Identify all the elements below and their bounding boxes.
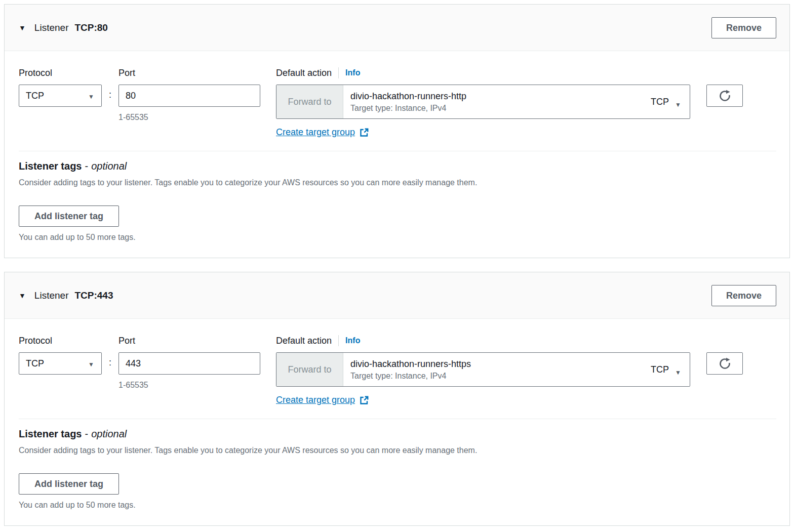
create-target-group-link[interactable]: Create target group bbox=[276, 395, 369, 405]
external-link-icon bbox=[359, 128, 369, 138]
target-group-info: divio-hackathon-runners-https Target typ… bbox=[343, 353, 651, 386]
chevron-down-icon: ▼ bbox=[88, 94, 94, 100]
listener-tags-title: Listener tags bbox=[19, 160, 82, 172]
target-group-protocol-area: TCP ▼ bbox=[651, 85, 690, 118]
protocol-select[interactable]: TCP ▼ bbox=[19, 352, 102, 375]
collapse-triangle-icon[interactable]: ▼ bbox=[19, 292, 26, 299]
port-field: Port 1-65535 bbox=[118, 68, 260, 122]
listener-tags-separator: - bbox=[85, 160, 88, 172]
remove-listener-button[interactable]: Remove bbox=[711, 17, 776, 38]
listener-header-title: TCP:80 bbox=[74, 22, 107, 33]
listener-tags-note: You can add up to 50 more tags. bbox=[19, 500, 776, 510]
target-group-name: divio-hackathon-runners-https bbox=[350, 358, 651, 370]
listener-tags-heading: Listener tags-optional bbox=[19, 160, 776, 172]
port-constraint-text: 1-65535 bbox=[118, 381, 260, 390]
protocol-select[interactable]: TCP ▼ bbox=[19, 85, 102, 107]
port-input[interactable] bbox=[118, 85, 260, 107]
listener-header: ▼ Listener TCP:80 Remove bbox=[5, 5, 789, 51]
listener-body: Protocol TCP ▼ : Port 1-65535 Default ac… bbox=[5, 51, 789, 258]
protocol-selected-value: TCP bbox=[26, 358, 44, 369]
port-label: Port bbox=[118, 336, 260, 346]
refresh-icon bbox=[718, 89, 732, 103]
refresh-icon bbox=[718, 357, 732, 371]
protocol-label: Protocol bbox=[19, 336, 102, 346]
listeners-page: ▼ Listener TCP:80 Remove Protocol TCP ▼ … bbox=[0, 0, 794, 530]
section-divider bbox=[19, 151, 776, 151]
listener-tags-section: Listener tags-optional Consider adding t… bbox=[19, 428, 776, 510]
forward-to-label: Forward to bbox=[276, 85, 343, 118]
target-group-protocol: TCP bbox=[651, 97, 669, 107]
target-group-info: divio-hackathon-runners-http Target type… bbox=[343, 85, 651, 118]
listener-header-title: TCP:443 bbox=[74, 290, 113, 301]
info-link[interactable]: Info bbox=[345, 68, 360, 77]
chevron-down-icon: ▼ bbox=[88, 361, 94, 367]
protocol-port-separator: : bbox=[102, 68, 118, 100]
default-action-field: Default action Info Forward to divio-hac… bbox=[276, 336, 690, 405]
create-target-group-link[interactable]: Create target group bbox=[276, 127, 369, 138]
target-group-protocol-area: TCP ▼ bbox=[651, 353, 690, 386]
add-listener-tag-button[interactable]: Add listener tag bbox=[19, 473, 119, 495]
label-divider bbox=[338, 335, 339, 346]
listener-tags-section: Listener tags-optional Consider adding t… bbox=[19, 160, 776, 242]
default-action-label-row: Default action Info bbox=[276, 68, 690, 78]
target-group-select[interactable]: Forward to divio-hackathon-runners-https… bbox=[276, 352, 690, 387]
remove-listener-button[interactable]: Remove bbox=[711, 285, 776, 306]
target-group-type: Target type: Instance, IPv4 bbox=[350, 371, 651, 381]
listener-card-tcp-443: ▼ Listener TCP:443 Remove Protocol TCP ▼… bbox=[4, 272, 790, 526]
target-group-select[interactable]: Forward to divio-hackathon-runners-http … bbox=[276, 85, 690, 119]
protocol-field: Protocol TCP ▼ bbox=[19, 336, 102, 375]
collapse-triangle-icon[interactable]: ▼ bbox=[19, 24, 26, 31]
chevron-down-icon: ▼ bbox=[675, 370, 681, 376]
listener-form-row: Protocol TCP ▼ : Port 1-65535 Default ac… bbox=[19, 336, 776, 405]
protocol-port-separator: : bbox=[102, 336, 118, 367]
chevron-down-icon: ▼ bbox=[675, 102, 681, 108]
listener-header-label: Listener bbox=[34, 22, 69, 33]
external-link-icon bbox=[359, 395, 369, 405]
listener-header: ▼ Listener TCP:443 Remove bbox=[5, 272, 789, 319]
create-target-group-text: Create target group bbox=[276, 127, 355, 138]
default-action-field: Default action Info Forward to divio-hac… bbox=[276, 68, 690, 138]
refresh-button[interactable] bbox=[706, 85, 743, 107]
default-action-label: Default action bbox=[276, 336, 332, 346]
add-listener-tag-button[interactable]: Add listener tag bbox=[19, 206, 119, 227]
listener-card-tcp-80: ▼ Listener TCP:80 Remove Protocol TCP ▼ … bbox=[4, 4, 790, 258]
listener-tags-optional: optional bbox=[91, 160, 127, 172]
listener-tags-heading: Listener tags-optional bbox=[19, 428, 776, 440]
protocol-label: Protocol bbox=[19, 68, 102, 78]
section-divider bbox=[19, 419, 776, 419]
protocol-field: Protocol TCP ▼ bbox=[19, 68, 102, 107]
label-divider bbox=[338, 67, 339, 78]
listener-tags-title: Listener tags bbox=[19, 428, 82, 439]
target-group-protocol: TCP bbox=[651, 364, 669, 375]
refresh-button[interactable] bbox=[706, 352, 743, 375]
listener-tags-description: Consider adding tags to your listener. T… bbox=[19, 178, 776, 188]
listener-tags-separator: - bbox=[85, 428, 88, 439]
port-input[interactable] bbox=[118, 352, 260, 375]
default-action-label: Default action bbox=[276, 68, 332, 78]
target-group-type: Target type: Instance, IPv4 bbox=[350, 103, 651, 113]
protocol-selected-value: TCP bbox=[26, 91, 44, 101]
listener-tags-description: Consider adding tags to your listener. T… bbox=[19, 445, 776, 456]
listener-form-row: Protocol TCP ▼ : Port 1-65535 Default ac… bbox=[19, 68, 776, 138]
port-constraint-text: 1-65535 bbox=[118, 113, 260, 122]
port-label: Port bbox=[118, 68, 260, 78]
listener-tags-optional: optional bbox=[91, 428, 127, 439]
default-action-label-row: Default action Info bbox=[276, 336, 690, 346]
forward-to-label: Forward to bbox=[276, 353, 343, 386]
info-link[interactable]: Info bbox=[345, 336, 360, 345]
listener-tags-note: You can add up to 50 more tags. bbox=[19, 232, 776, 242]
target-group-name: divio-hackathon-runners-http bbox=[350, 91, 651, 102]
listener-body: Protocol TCP ▼ : Port 1-65535 Default ac… bbox=[5, 319, 789, 525]
listener-header-label: Listener bbox=[34, 290, 69, 301]
create-target-group-text: Create target group bbox=[276, 395, 355, 405]
port-field: Port 1-65535 bbox=[118, 336, 260, 390]
